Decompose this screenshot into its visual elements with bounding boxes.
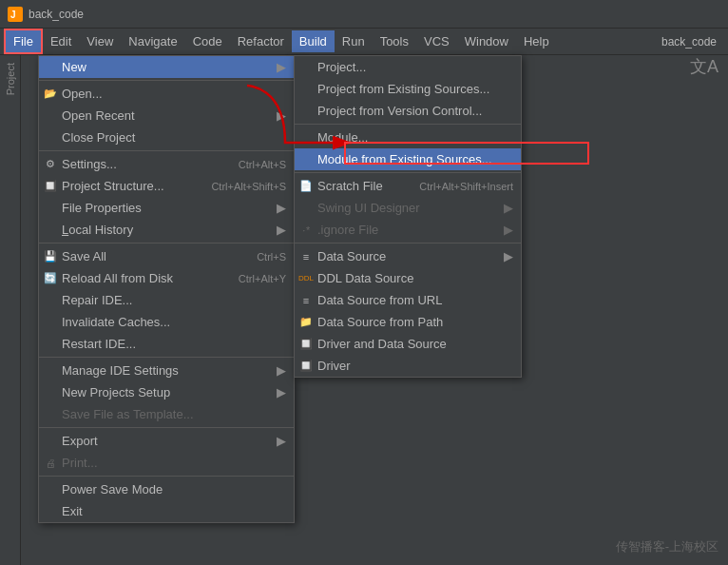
new-project-vcs[interactable]: Project from Version Control... [295,100,521,122]
watermark: 传智播客-上海校区 [616,538,718,555]
project-existing-icon [298,82,314,97]
menu-navigate[interactable]: Navigate [121,30,184,52]
structure-icon: 🔲 [43,179,58,194]
file-menu-local-history[interactable]: Local History ▶ [39,219,294,241]
new-module[interactable]: Module... [295,127,521,148]
close-project-icon [43,130,58,146]
data-source-icon: ≡ [298,249,314,264]
save-icon: 💾 [43,249,58,264]
sidebar-tab-project[interactable]: Project [3,59,18,99]
new-ddl-data-source[interactable]: DDL DDL Data Source [295,267,521,289]
recent-icon [43,108,58,124]
new-icon [43,60,58,75]
svg-text:J: J [10,10,16,20]
new-projects-icon [43,385,58,400]
invalidate-icon [43,315,58,330]
file-menu-dropdown: New ▶ 📂 Open... Open Recent ▶ Close Proj… [38,55,295,523]
manage-icon [43,363,58,379]
power-icon [43,482,58,497]
translate-icon: 文A [690,57,718,76]
new-sep3 [295,243,521,244]
new-submenu-dropdown: Project... Project from Existing Sources… [294,55,522,378]
ddl-icon: DDL [298,271,314,286]
separator-6 [39,476,294,477]
properties-icon [43,201,58,216]
file-menu-save-template: Save File as Template... [39,403,294,425]
separator-2 [39,150,294,151]
repair-icon [43,293,58,308]
url-icon: ≡ [298,293,314,308]
menu-refactor[interactable]: Refactor [230,30,292,52]
file-menu-export[interactable]: Export ▶ [39,430,294,452]
new-sep2 [295,172,521,173]
template-icon [43,407,58,422]
path-icon: 📁 [298,315,314,330]
new-sep1 [295,124,521,125]
module-existing-icon [298,152,314,167]
reload-icon: 🔄 [43,271,58,286]
separator-3 [39,243,294,244]
menu-build[interactable]: Build [292,30,335,52]
app-icon: J [8,7,23,22]
driver-icon: 🔲 [298,359,314,374]
vcs-icon [298,104,314,119]
file-menu-reload[interactable]: 🔄 Reload All from Disk Ctrl+Alt+Y [39,267,294,289]
new-driver[interactable]: 🔲 Driver [295,355,521,377]
folder-icon: 📂 [43,87,58,102]
module-icon [298,130,314,146]
file-menu-save-all[interactable]: 💾 Save All Ctrl+S [39,245,294,267]
file-menu-new-projects[interactable]: New Projects Setup ▶ [39,381,294,403]
new-data-source-path[interactable]: 📁 Data Source from Path [295,311,521,333]
new-data-source-url[interactable]: ≡ Data Source from URL [295,289,521,311]
file-menu-manage-ide[interactable]: Manage IDE Settings ▶ [39,360,294,381]
file-menu-restart[interactable]: Restart IDE... [39,333,294,355]
new-driver-data-source[interactable]: 🔲 Driver and Data Source [295,333,521,355]
file-menu-open-recent[interactable]: Open Recent ▶ [39,105,294,127]
menu-edit[interactable]: Edit [43,30,79,52]
title-bar-text: back_code [29,8,84,21]
scratch-icon: 📄 [298,179,314,194]
menu-code[interactable]: Code [185,30,230,52]
swing-icon [298,201,314,216]
new-project[interactable]: Project... [295,56,521,78]
file-menu-file-properties[interactable]: File Properties ▶ [39,197,294,219]
separator-5 [39,427,294,428]
project-icon [298,60,314,75]
history-icon [43,223,58,238]
new-module-existing[interactable]: Module from Existing Sources... [295,148,521,170]
exit-icon [43,504,58,519]
new-ignore: ·* .ignore File ▶ [295,219,521,241]
new-project-existing[interactable]: Project from Existing Sources... [295,78,521,100]
menu-bar: File Edit View Navigate Code Refactor Bu… [0,29,728,55]
restart-icon [43,337,58,352]
separator-1 [39,80,294,81]
title-right: back_code [661,35,724,49]
file-menu-open[interactable]: 📂 Open... [39,83,294,105]
sidebar: Project [0,55,21,565]
file-menu-new[interactable]: New ▶ [39,56,294,78]
menu-file[interactable]: File [4,29,43,54]
new-swing: Swing UI Designer ▶ [295,197,521,219]
new-data-source[interactable]: ≡ Data Source ▶ [295,245,521,267]
file-menu-repair[interactable]: Repair IDE... [39,289,294,311]
menu-tools[interactable]: Tools [373,30,416,52]
separator-4 [39,357,294,358]
translate-icon-area: 文A [690,55,718,78]
new-scratch[interactable]: 📄 Scratch File Ctrl+Alt+Shift+Insert [295,175,521,197]
file-menu-settings[interactable]: ⚙ Settings... Ctrl+Alt+S [39,153,294,175]
menu-run[interactable]: Run [335,30,373,52]
file-menu-exit[interactable]: Exit [39,500,294,522]
file-menu-project-structure[interactable]: 🔲 Project Structure... Ctrl+Alt+Shift+S [39,175,294,197]
menu-vcs[interactable]: VCS [416,30,457,52]
menu-window[interactable]: Window [457,30,516,52]
file-menu-close-project[interactable]: Close Project [39,127,294,148]
print-icon: 🖨 [43,456,58,471]
file-menu-power-save[interactable]: Power Save Mode [39,478,294,500]
file-menu-print: 🖨 Print... [39,452,294,474]
ignore-icon: ·* [298,223,314,238]
file-menu-invalidate[interactable]: Invalidate Caches... [39,311,294,333]
settings-icon: ⚙ [43,157,58,172]
menu-help[interactable]: Help [516,30,557,52]
menu-view[interactable]: View [79,30,121,52]
driver-data-source-icon: 🔲 [298,337,314,352]
